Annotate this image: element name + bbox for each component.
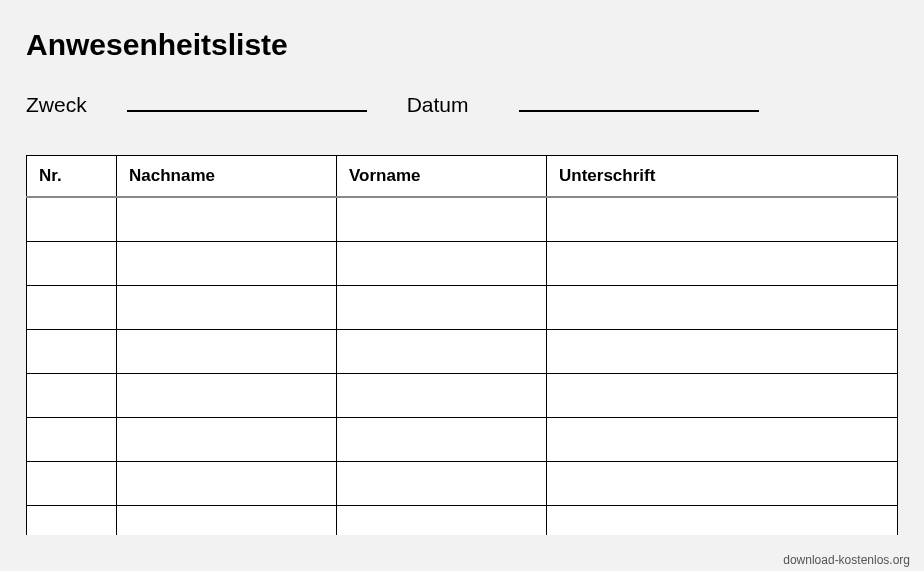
cell-nachname[interactable] — [117, 417, 337, 461]
table-row — [27, 461, 898, 505]
cell-vorname[interactable] — [337, 197, 547, 241]
cell-nr[interactable] — [27, 461, 117, 505]
cell-unterschrift[interactable] — [547, 241, 898, 285]
cell-nr[interactable] — [27, 197, 117, 241]
cell-nr[interactable] — [27, 241, 117, 285]
purpose-blank[interactable] — [127, 90, 367, 112]
cell-nachname[interactable] — [117, 241, 337, 285]
table-row — [27, 241, 898, 285]
header-vorname: Vorname — [337, 156, 547, 198]
cell-vorname[interactable] — [337, 285, 547, 329]
cell-unterschrift[interactable] — [547, 373, 898, 417]
cell-unterschrift[interactable] — [547, 285, 898, 329]
cell-unterschrift[interactable] — [547, 505, 898, 535]
attendance-table: Nr. Nachname Vorname Unterschrift — [26, 155, 898, 535]
table-row — [27, 373, 898, 417]
table-row — [27, 505, 898, 535]
cell-nr[interactable] — [27, 505, 117, 535]
cell-vorname[interactable] — [337, 461, 547, 505]
cell-nr[interactable] — [27, 417, 117, 461]
cell-nachname[interactable] — [117, 285, 337, 329]
cell-unterschrift[interactable] — [547, 329, 898, 373]
date-label: Datum — [407, 93, 469, 117]
date-blank[interactable] — [519, 90, 759, 112]
cell-unterschrift[interactable] — [547, 461, 898, 505]
cell-nachname[interactable] — [117, 461, 337, 505]
purpose-label: Zweck — [26, 93, 87, 117]
cell-nr[interactable] — [27, 373, 117, 417]
cell-nachname[interactable] — [117, 329, 337, 373]
meta-row: Zweck Datum — [26, 90, 898, 117]
cell-nr[interactable] — [27, 329, 117, 373]
watermark: download-kostenlos.org — [783, 553, 910, 567]
cell-nr[interactable] — [27, 285, 117, 329]
table-row — [27, 285, 898, 329]
cell-nachname[interactable] — [117, 505, 337, 535]
cell-unterschrift[interactable] — [547, 197, 898, 241]
page-title: Anwesenheitsliste — [26, 28, 898, 62]
header-nachname: Nachname — [117, 156, 337, 198]
table-header-row: Nr. Nachname Vorname Unterschrift — [27, 156, 898, 198]
cell-vorname[interactable] — [337, 241, 547, 285]
cell-unterschrift[interactable] — [547, 417, 898, 461]
cell-vorname[interactable] — [337, 373, 547, 417]
cell-nachname[interactable] — [117, 197, 337, 241]
cell-vorname[interactable] — [337, 417, 547, 461]
table-row — [27, 417, 898, 461]
cell-nachname[interactable] — [117, 373, 337, 417]
cell-vorname[interactable] — [337, 505, 547, 535]
cell-vorname[interactable] — [337, 329, 547, 373]
table-row — [27, 329, 898, 373]
header-nr: Nr. — [27, 156, 117, 198]
table-row — [27, 197, 898, 241]
header-unterschrift: Unterschrift — [547, 156, 898, 198]
